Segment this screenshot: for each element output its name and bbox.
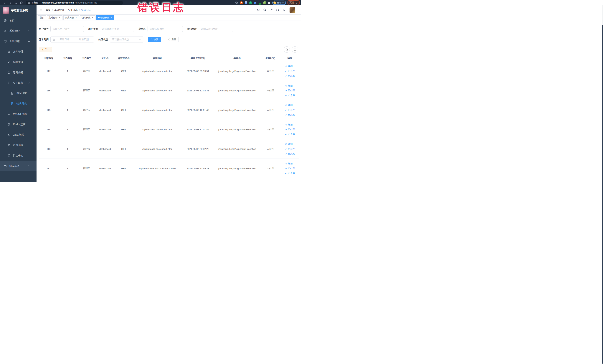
cell-actions: 详细已处理已忽略 [281, 120, 299, 139]
ignored-link[interactable]: 已忽略 [285, 132, 295, 137]
close-icon[interactable]: × [58, 16, 61, 19]
sidebar-item-12[interactable]: 链路追踪 [0, 140, 36, 150]
sidebar-item-4[interactable]: 配置管理 [0, 57, 36, 67]
processed-link[interactable]: 已处理 [285, 127, 295, 132]
logo-image [3, 7, 9, 14]
search-icon[interactable] [257, 8, 260, 12]
sidebar-item-10[interactable]: Redis 监控 [0, 119, 36, 130]
reload-icon[interactable] [14, 1, 17, 4]
cell-id: 116 [39, 81, 58, 100]
error-log-table: 日志编号用户编号用户类型应用名请求方法名请求地址异常发生时间异常名处理状态操作 … [39, 55, 299, 178]
cell-user_type: 管理员 [77, 61, 96, 81]
detail-link[interactable]: 详细 [285, 64, 295, 69]
sidebar-item-13[interactable]: 日志中心 [0, 150, 36, 161]
ignored-link[interactable]: 已忽略 [285, 112, 295, 117]
home-icon[interactable] [20, 1, 23, 4]
sidebar-item-1[interactable]: 系统管理 [0, 26, 36, 36]
forward-icon[interactable] [9, 1, 12, 4]
process-status-select[interactable]: 请选择处理状态 [110, 36, 143, 42]
detail-link[interactable]: 详细 [285, 83, 295, 88]
processed-link[interactable]: 已处理 [285, 166, 295, 171]
ignored-link[interactable]: 已忽略 [285, 151, 295, 156]
user-menu[interactable] [290, 7, 299, 13]
app-logo[interactable]: 芋道管理系统 [0, 5, 36, 15]
extension-orange-icon[interactable] [240, 1, 243, 4]
close-icon[interactable]: × [75, 16, 77, 19]
extension-grid-icon[interactable] [254, 1, 257, 4]
toggle-search-button[interactable] [284, 46, 290, 53]
sidebar-item-5[interactable]: 定时任务 [0, 67, 36, 78]
user-type-select[interactable]: 请选择用户类型 [100, 26, 134, 32]
cell-method: GET [114, 81, 133, 100]
user-id-input[interactable]: 请输入用户编号 [50, 26, 84, 32]
cell-status: 未处理 [260, 139, 281, 159]
sidebar-item-2[interactable]: 基础设施 [0, 36, 36, 47]
tab-4[interactable]: 错误日志× [96, 15, 114, 20]
cell-exception: java.lang.IllegalArgumentException [214, 81, 260, 100]
sidebar-item-11[interactable]: Java 监控 [0, 130, 36, 140]
cell-actions: 详细已处理已忽略 [281, 159, 299, 178]
sidebar-item-9[interactable]: MySQL 监控 [0, 109, 36, 119]
detail-link[interactable]: 详细 [285, 142, 295, 146]
breadcrumb-infra[interactable]: 基础设施 [54, 8, 64, 12]
back-icon[interactable] [3, 1, 6, 4]
tab-0[interactable]: 首页 [38, 15, 46, 20]
processed-link[interactable]: 已处理 [285, 107, 295, 112]
help-icon[interactable] [269, 8, 273, 12]
sidebar-item-8[interactable]: 错误日志 [0, 98, 36, 109]
exception-time-label: 异常时间 [39, 38, 48, 41]
export-button[interactable]: 导出 [39, 47, 52, 52]
bookmark-star-icon[interactable] [235, 1, 238, 4]
tab-1[interactable]: 定时任务× [47, 15, 62, 20]
tab-2[interactable]: 调度日志× [63, 15, 79, 20]
exception-time-range-picker[interactable]: 开始日期 - 结束日期 [50, 36, 94, 42]
detail-link[interactable]: 详细 [285, 122, 295, 127]
fullscreen-icon[interactable] [276, 8, 279, 12]
close-icon[interactable]: × [110, 16, 113, 19]
update-button[interactable]: 更新 ⋮ [288, 0, 300, 5]
extension-green-check-icon[interactable]: ✓ [249, 1, 252, 4]
processed-link[interactable]: 已处理 [285, 69, 295, 73]
github-icon[interactable] [263, 8, 266, 12]
column-header: 请求方法名 [114, 55, 133, 61]
refresh-table-button[interactable] [292, 46, 298, 53]
cell-app_name: dashboard [96, 61, 114, 81]
ignored-link[interactable]: 已忽略 [285, 93, 295, 98]
extension-switch-icon[interactable]: on [258, 1, 261, 4]
extensions-puzzle-icon[interactable] [268, 1, 271, 4]
check-icon [285, 148, 287, 150]
sidebar-item-6[interactable]: API 日志 [0, 78, 36, 88]
address-bar[interactable]: 不安全 | dashboard.yudao.iocoder.cn/infra/l… [26, 1, 123, 5]
request-url-input[interactable]: 请输入请求地址 [199, 26, 233, 32]
reset-button[interactable]: 重置 [166, 37, 179, 42]
avatar [290, 7, 295, 13]
detail-link[interactable]: 详细 [285, 103, 295, 107]
cell-id: 117 [39, 61, 58, 81]
sidebar-item-14[interactable]: 研发工具 [0, 161, 36, 171]
ignored-link[interactable]: 已忽略 [285, 171, 295, 176]
search-button[interactable]: 搜索 [148, 37, 161, 42]
paused-badge[interactable]: 已暂停 [272, 0, 286, 5]
breadcrumb-api-log[interactable]: API 日志 [68, 8, 78, 12]
extension-shield-icon[interactable] [244, 1, 247, 4]
tab-3[interactable]: 访问日志× [80, 15, 95, 20]
hamburger-icon[interactable] [39, 8, 43, 12]
detail-link[interactable]: 详细 [285, 161, 295, 166]
sidebar-item-7[interactable]: 访问日志 [0, 88, 36, 98]
extension-leaf-icon[interactable] [263, 1, 266, 4]
app-name-input[interactable]: 请输入应用名 [148, 26, 183, 32]
close-icon[interactable]: × [91, 16, 94, 19]
breadcrumb-home[interactable]: 首页 [46, 8, 51, 12]
process-status-label: 处理状态 [98, 38, 108, 41]
ignored-link[interactable]: 已忽略 [285, 73, 295, 78]
processed-link[interactable]: 已处理 [285, 146, 295, 151]
sidebar-item-label: 定时任务 [13, 71, 23, 74]
cell-user_id: 1 [58, 159, 77, 178]
sidebar-item-0[interactable]: 首页 [0, 15, 36, 26]
cell-exception: java.lang.IllegalArgumentException [214, 120, 260, 139]
processed-link[interactable]: 已处理 [285, 88, 295, 93]
font-size-icon[interactable] [282, 8, 285, 12]
sidebar-item-3[interactable]: 文件管理 [0, 47, 36, 57]
sidebar-item-label: Redis 监控 [13, 123, 26, 126]
kebab-menu-icon[interactable]: ⋮ [295, 2, 298, 4]
